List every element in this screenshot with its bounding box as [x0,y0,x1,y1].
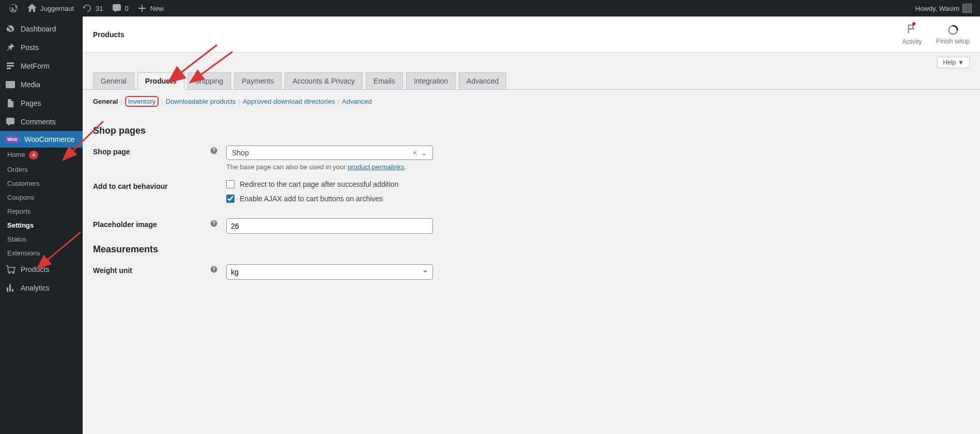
menu-posts-label: Posts [21,43,39,52]
weight-unit-select[interactable]: kg [226,264,433,280]
comments-count: 0 [125,5,129,12]
wordpress-icon [8,3,19,13]
comment-icon [112,3,122,13]
tab-shipping[interactable]: Shipping [188,72,231,90]
comments-icon [5,117,15,127]
add-to-cart-label: Add to cart behaviour [93,180,207,190]
subtab-general[interactable]: General [93,98,118,105]
submenu-coupons[interactable]: Coupons [0,190,83,204]
tab-payments[interactable]: Payments [234,72,282,90]
menu-media[interactable]: Media [0,75,83,94]
shop-page-desc: The base page can also be used in your p… [226,163,464,171]
submenu-customers[interactable]: Customers [0,176,83,190]
avatar-icon [962,4,972,13]
howdy-label: Howdy, Wasim [915,5,959,12]
submenu-home[interactable]: Home 4 [0,148,83,163]
menu-comments[interactable]: Comments [0,112,83,131]
tab-products[interactable]: Products [137,72,184,90]
clear-icon[interactable]: × [413,149,417,157]
permalinks-link[interactable]: product permalinks [348,163,405,171]
menu-analytics[interactable]: Analytics [0,279,83,297]
subtab-advanced[interactable]: Advanced [342,98,372,105]
products-subtabs: General | Inventory | Downloadable produ… [83,90,980,107]
chevron-down-icon[interactable]: ⌄ [421,149,427,157]
updates-count: 31 [96,5,103,12]
menu-analytics-label: Analytics [21,284,50,292]
section-shop-pages: Shop pages [93,125,970,136]
comments-link[interactable]: 0 [107,0,133,17]
subtab-approved[interactable]: Approved download directories [243,98,335,105]
wp-logo[interactable] [4,0,23,17]
redirect-checkbox[interactable] [226,180,235,188]
updates-link[interactable]: 31 [78,0,107,17]
menu-dashboard[interactable]: Dashboard [0,20,83,38]
content-header: Products Activity Finish setup [83,17,980,53]
submenu-home-label: Home [7,151,25,158]
submenu-reports[interactable]: Reports [0,204,83,218]
help-button[interactable]: Help ▼ [937,57,970,68]
placeholder-input[interactable] [226,218,433,234]
menu-metform[interactable]: MetForm [0,57,83,75]
help-icon[interactable] [210,219,218,228]
ajax-label: Enable AJAX add to cart buttons on archi… [240,195,383,203]
content-area: Products Activity Finish setup Help ▼ [83,17,980,434]
activity-label: Activity [902,38,922,45]
pages-icon [5,98,15,108]
tab-general[interactable]: General [93,72,134,90]
menu-comments-label: Comments [21,118,56,126]
menu-posts[interactable]: Posts [0,38,83,57]
pin-icon [5,42,15,53]
new-content-link[interactable]: New [133,0,168,17]
site-name-label: Juggernaut [40,5,74,12]
subtab-downloadable[interactable]: Downloadable products [166,98,236,105]
help-icon[interactable] [210,265,218,274]
form-icon [5,61,15,71]
tab-accounts[interactable]: Accounts & Privacy [285,72,363,90]
new-label: New [150,5,164,12]
redirect-label: Redirect to the cart page after successf… [240,180,398,188]
settings-tabs: General Products Shipping Payments Accou… [83,68,980,90]
menu-media-label: Media [21,81,40,89]
weight-unit-label: Weight unit [93,264,207,275]
menu-products-label: Products [21,265,49,274]
menu-dashboard-label: Dashboard [21,25,56,33]
inventory-highlight: Inventory [125,96,159,107]
submenu-extensions[interactable]: Extensions [0,246,83,260]
site-name-link[interactable]: Juggernaut [23,0,78,17]
menu-pages-label: Pages [21,99,41,107]
admin-sidebar: Dashboard Posts MetForm Media Pages Comm… [0,17,83,434]
help-icon[interactable] [210,147,218,155]
subtab-inventory[interactable]: Inventory [128,98,155,105]
plus-icon [137,3,147,13]
menu-metform-label: MetForm [21,62,50,70]
ajax-checkbox[interactable] [226,195,235,203]
shop-page-label: Shop page [93,146,207,156]
menu-products[interactable]: Products [0,260,83,279]
dashboard-icon [5,24,15,34]
my-account-link[interactable]: Howdy, Wasim [911,0,976,17]
tab-emails[interactable]: Emails [366,72,403,90]
home-badge: 4 [29,151,38,159]
section-measurements: Measurements [93,244,970,255]
menu-woocommerce[interactable]: Woo WooCommerce [0,131,83,148]
placeholder-label: Placeholder image [93,218,207,229]
chevron-down-icon: ▼ [958,59,964,66]
menu-woocommerce-label: WooCommerce [24,135,74,143]
page-title: Products [93,30,125,39]
admin-bar: Juggernaut 31 0 New Howdy, Wasim [0,0,980,17]
submenu-orders[interactable]: Orders [0,163,83,176]
menu-pages[interactable]: Pages [0,94,83,112]
shop-page-select[interactable]: Shop × ⌄ [226,146,433,160]
products-icon [5,264,15,275]
woo-icon: Woo [5,136,19,143]
finish-setup-button[interactable]: Finish setup [936,24,970,45]
home-icon [27,3,37,13]
tab-advanced[interactable]: Advanced [459,72,506,90]
woocommerce-submenu: Home 4 Orders Customers Coupons Reports … [0,148,83,260]
progress-circle-icon [947,24,959,36]
activity-button[interactable]: Activity [902,23,922,45]
submenu-status[interactable]: Status [0,232,83,246]
updates-icon [82,3,92,13]
tab-integration[interactable]: Integration [406,72,456,90]
submenu-settings[interactable]: Settings [0,218,83,232]
